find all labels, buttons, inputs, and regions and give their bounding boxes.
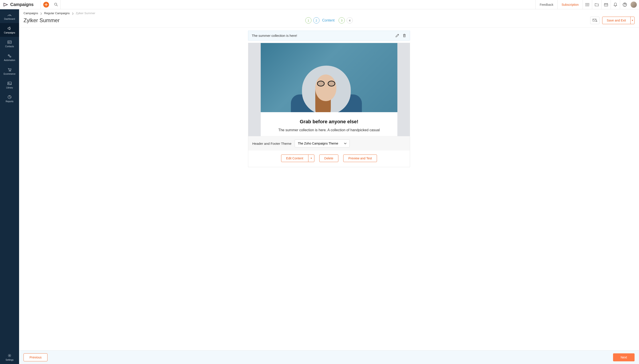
svg-point-0	[55, 3, 57, 5]
edit-content-button: Edit Content ▼	[281, 154, 314, 162]
sidebar-item-library[interactable]: Library	[0, 78, 19, 92]
sidebar-item-campaigns[interactable]: Campaigns	[0, 23, 19, 37]
search-button[interactable]	[52, 0, 61, 9]
breadcrumb-campaigns[interactable]: Campaigns	[24, 12, 38, 15]
sidebar-item-label: Library	[6, 86, 13, 89]
theme-row: Header and Footer Theme The Zoho Campaig…	[248, 136, 322, 150]
sidebar-item-label: Campaigns	[4, 32, 15, 34]
chevron-icon: ❯	[72, 12, 74, 15]
sidebar-item-label: Dashboard	[4, 18, 15, 20]
edit-content-dropdown[interactable]: ▼	[308, 157, 314, 160]
image-icon	[7, 81, 12, 86]
sidebar: Dashboard Campaigns Contacts Automation …	[0, 9, 19, 183]
automation-icon	[7, 54, 12, 58]
sidebar-item-label: Reports	[6, 100, 13, 103]
contacts-icon	[7, 40, 12, 44]
sidebar-item-label: Ecommerce	[4, 73, 15, 75]
action-row: Edit Content ▼ Delete Preview and Test	[248, 150, 322, 167]
steps: 1 2 Content 3 4	[305, 17, 322, 24]
subject-box[interactable]: The summer collection is here!	[248, 30, 322, 40]
title-row: Zylker Summer 1 2 Content 3 4 Save and E…	[19, 17, 322, 28]
campaigns-logo-icon	[3, 2, 9, 7]
breadcrumb: Campaigns ❯ Regular Campaigns ❯ Zylker S…	[19, 9, 322, 17]
subject-text: The summer collection is here!	[252, 34, 297, 38]
sidebar-item-dashboard[interactable]: Dashboard	[0, 9, 19, 23]
edit-content-main[interactable]: Edit Content	[281, 155, 308, 162]
sidebar-item-label: Automation	[4, 59, 15, 62]
theme-label: Header and Footer Theme	[252, 142, 291, 146]
hero-image	[261, 43, 322, 112]
editor-wrap: The summer collection is here!	[248, 30, 322, 167]
megaphone-icon	[7, 26, 12, 30]
sidebar-item-ecommerce[interactable]: Ecommerce	[0, 64, 19, 78]
svg-point-15	[10, 71, 11, 72]
add-button[interactable]	[43, 2, 49, 8]
page-title: Zylker Summer	[24, 17, 60, 24]
logo-area[interactable]: Campaigns	[0, 0, 41, 9]
step-1[interactable]: 1	[305, 17, 311, 24]
cart-icon	[7, 68, 12, 72]
topbar: Campaigns Feedback Subscription	[0, 0, 322, 9]
preview-panel: Grab before anyone else! The summer coll…	[248, 43, 322, 167]
svg-point-14	[9, 71, 10, 72]
preview-frame: Grab before anyone else! The summer coll…	[248, 43, 322, 136]
sidebar-item-contacts[interactable]: Contacts	[0, 37, 19, 50]
theme-selected: The Zoho Campaigns Theme	[298, 142, 322, 145]
breadcrumb-current: Zylker Summer	[76, 12, 95, 15]
search-icon	[54, 3, 58, 6]
hero-headline: Grab before anyone else!	[300, 119, 322, 124]
piechart-icon	[7, 95, 12, 99]
delete-button[interactable]: Delete	[319, 154, 322, 162]
main: Campaigns ❯ Regular Campaigns ❯ Zylker S…	[19, 9, 322, 183]
sidebar-item-label: Contacts	[5, 45, 14, 48]
theme-select[interactable]: The Zoho Campaigns Theme	[295, 140, 322, 148]
chevron-icon: ❯	[40, 12, 42, 15]
preview-inner: Grab before anyone else! The summer coll…	[261, 43, 322, 136]
sidebar-item-reports[interactable]: Reports	[0, 92, 19, 106]
svg-rect-16	[8, 82, 12, 85]
svg-rect-10	[8, 40, 12, 44]
hero-body: The summer collection is here. A collect…	[271, 128, 322, 132]
app-name: Campaigns	[10, 2, 34, 7]
svg-point-17	[9, 82, 9, 83]
content-area: The summer collection is here!	[19, 28, 322, 183]
sidebar-item-automation[interactable]: Automation	[0, 50, 19, 64]
breadcrumb-regular[interactable]: Regular Campaigns	[44, 12, 70, 15]
step-2[interactable]: 2	[313, 17, 320, 24]
gauge-icon	[7, 12, 12, 17]
